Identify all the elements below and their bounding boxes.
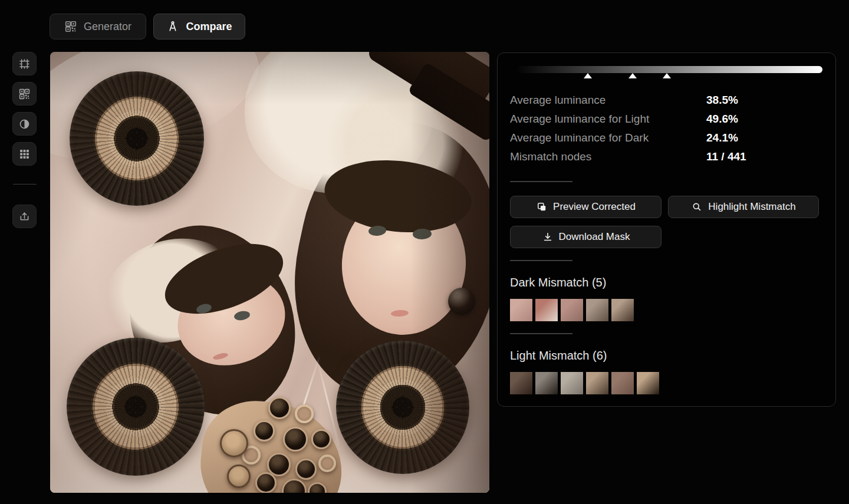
luminance-gradient-bar [514, 66, 822, 73]
panel-divider [510, 181, 572, 182]
download-mask-label: Download Mask [559, 231, 630, 243]
luminance-panel: Average luminance 38.5% Average luminanc… [497, 52, 836, 407]
qr-code-icon [18, 88, 31, 100]
mismatch-thumbnail[interactable] [586, 372, 608, 394]
stat-row: Average luminance for Dark 24.1% [510, 131, 824, 150]
button [268, 397, 291, 419]
generator-button-label: Generator [84, 21, 131, 33]
mismatch-thumbnail[interactable] [510, 299, 532, 321]
button [283, 427, 308, 452]
stat-label: Average luminance [510, 94, 606, 106]
mismatch-thumbnail[interactable] [637, 372, 659, 394]
generator-button[interactable]: Generator [50, 14, 146, 39]
stat-row: Mismatch nodes 11 / 441 [510, 150, 824, 169]
app-window: Generator Compare [0, 0, 849, 504]
panel-divider [510, 260, 572, 261]
plate-bottom-left [67, 338, 205, 476]
gradient-marker [663, 73, 671, 78]
stat-value: 49.6% [706, 113, 738, 126]
contrast-icon [18, 118, 31, 130]
stat-row: Average luminance 38.5% [510, 94, 824, 113]
grid-tool-button[interactable] [12, 142, 37, 166]
glass-sphere [448, 288, 475, 315]
preview-image [50, 52, 489, 493]
search-icon [691, 201, 703, 213]
mismatch-thumbnail[interactable] [561, 299, 583, 321]
stat-label: Mismatch nodes [510, 150, 591, 163]
medal-button [227, 465, 251, 488]
compass-icon [166, 20, 179, 33]
mismatch-thumbnail[interactable] [510, 372, 532, 394]
mismatch-thumbnail[interactable] [586, 299, 608, 321]
light-mismatch-title: Light Mismatch (6) [510, 349, 607, 363]
grid-icon [18, 148, 31, 160]
stat-value: 11 / 441 [706, 150, 746, 163]
stat-label: Average luminance for Light [510, 113, 649, 125]
download-icon [542, 231, 554, 243]
frame-icon [18, 58, 31, 70]
plate-top-left [70, 71, 204, 206]
preview-corrected-label: Preview Corrected [553, 201, 636, 213]
gradient-marker [584, 73, 592, 78]
download-mask-button[interactable]: Download Mask [510, 226, 662, 248]
stat-row: Average luminance for Light 49.6% [510, 113, 824, 131]
compare-button-label: Compare [186, 21, 232, 33]
dark-mismatch-title: Dark Mismatch (5) [510, 276, 606, 289]
gradient-markers [514, 73, 822, 79]
light-mismatch-thumbs [510, 372, 659, 394]
button [318, 454, 336, 472]
medal-button [220, 429, 248, 457]
plate-bottom-right [336, 341, 469, 474]
toolbar-divider [13, 184, 37, 185]
button [295, 404, 314, 423]
button [311, 429, 331, 449]
mismatch-thumbnail[interactable] [611, 372, 634, 394]
button [254, 420, 275, 442]
mismatch-thumbnail[interactable] [611, 299, 634, 321]
highlight-mismatch-label: Highlight Mistmatch [708, 201, 795, 213]
dark-mismatch-thumbs [510, 299, 634, 321]
upload-icon [18, 210, 31, 223]
copy-icon [536, 201, 548, 213]
mismatch-thumbnail[interactable] [561, 372, 583, 394]
contrast-tool-button[interactable] [12, 112, 37, 136]
stats-list: Average luminance 38.5% Average luminanc… [510, 94, 824, 169]
button [295, 459, 317, 480]
highlight-mismatch-button[interactable]: Highlight Mistmatch [668, 196, 819, 218]
upload-tool-button[interactable] [12, 205, 37, 228]
stat-label: Average luminance for Dark [510, 131, 649, 144]
left-toolbar [12, 52, 37, 235]
qr-code-icon [64, 20, 77, 33]
frame-tool-button[interactable] [12, 52, 37, 75]
mismatch-thumbnail[interactable] [535, 299, 558, 321]
mismatch-thumbnail[interactable] [535, 372, 558, 394]
stat-value: 24.1% [706, 131, 738, 144]
button [255, 472, 277, 493]
panel-divider [510, 333, 572, 334]
stat-value: 38.5% [706, 94, 738, 107]
gradient-marker [628, 73, 637, 78]
compare-button[interactable]: Compare [153, 14, 245, 39]
qr-tool-button[interactable] [12, 82, 37, 106]
preview-corrected-button[interactable]: Preview Corrected [510, 196, 662, 218]
